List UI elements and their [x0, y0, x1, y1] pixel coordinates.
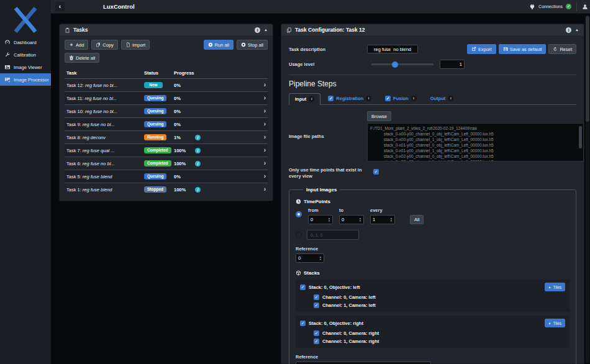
stop-all-button[interactable]: Stop all [237, 40, 268, 50]
stack-checkbox-checked[interactable]: ✓ [300, 284, 306, 290]
slider-thumb[interactable] [392, 61, 398, 68]
task-row[interactable]: Task 7: reg fuse qual ... Completed 100%… [65, 143, 268, 157]
task-title: Task 6: reg fuse no bl... [66, 161, 144, 166]
page-scrollbar[interactable] [586, 15, 589, 363]
task-row[interactable]: Task 8: reg deconv Running 1% i › [65, 130, 268, 143]
run-all-button[interactable]: Run all [204, 40, 234, 50]
export-button[interactable]: Export [467, 44, 496, 54]
task-title: Task 7: reg fuse qual ... [66, 148, 144, 153]
stepper-arrows-icon[interactable]: ▲▼ [359, 217, 361, 221]
tab-info-icon[interactable]: i [448, 96, 453, 101]
custom-radio-unselected[interactable] [296, 232, 302, 238]
stepper-arrows-icon[interactable]: ▲▼ [319, 256, 322, 260]
browse-button[interactable]: Browse [367, 111, 391, 121]
stacks-header: Stacks [296, 270, 570, 276]
range-radio-selected[interactable] [296, 211, 302, 217]
all-button[interactable]: All [410, 215, 424, 224]
stepper-arrows-icon[interactable]: ▲▼ [328, 217, 330, 221]
task-row[interactable]: Task 10: reg fuse no bl... Queuing 0% i … [65, 104, 268, 117]
channel-checkbox-checked[interactable]: ✓ [314, 339, 319, 344]
channel-checkbox-checked[interactable]: ✓ [314, 294, 319, 300]
task-info-icon[interactable]: i [195, 135, 201, 140]
tab-info-icon[interactable]: i [411, 96, 417, 101]
task-row[interactable]: Task 9: reg fuse no bl... Queuing 0% i › [65, 117, 268, 130]
tasks-panel-header[interactable]: Tasks i ▲ [60, 24, 273, 35]
info-icon[interactable]: i [255, 27, 260, 33]
to-input[interactable]: 0▲▼ [339, 215, 364, 224]
pipeline-tab[interactable]: ✓ Registration i [322, 93, 378, 104]
page-scrollbar-thumb[interactable] [586, 16, 589, 122]
user-icon[interactable] [582, 4, 588, 10]
tab-info-icon[interactable]: i [309, 96, 314, 102]
status-badge: Completed [144, 160, 171, 167]
connections-label[interactable]: Connections [538, 4, 563, 9]
usage-level-input[interactable]: 1 [440, 60, 465, 69]
channel-checkbox-checked[interactable]: ✓ [314, 330, 319, 336]
reset-button[interactable]: Reset [548, 44, 576, 54]
tab-checkbox-checked[interactable]: ✓ [385, 96, 391, 101]
task-title: Task 8: reg deconv [66, 135, 144, 140]
chevron-right-icon[interactable]: › [264, 160, 266, 166]
every-input[interactable]: 1▲▼ [370, 215, 395, 224]
only-use-checkbox-checked[interactable]: ✓ [373, 169, 379, 175]
back-button[interactable]: ‹ [55, 2, 65, 11]
task-info-icon[interactable]: i [195, 187, 201, 193]
task-row[interactable]: Task 6: reg fuse no bl... Completed 100%… [65, 157, 268, 170]
chevron-right-icon[interactable]: › [264, 95, 266, 101]
info-icon[interactable]: i [566, 27, 571, 33]
chevron-right-icon[interactable]: › [264, 147, 266, 153]
custom-timepoints-input[interactable] [307, 230, 359, 240]
usage-level-slider[interactable] [371, 63, 433, 65]
sidebar-item[interactable]: Dashboard [0, 36, 51, 48]
task-progress: 100% [174, 148, 195, 153]
chevron-right-icon[interactable]: › [264, 108, 266, 114]
delete-all-button[interactable]: Delete all [65, 53, 99, 63]
pipeline-tab[interactable]: ✓ Input i [289, 93, 320, 105]
stacks-reference-block: Reference Stack: 0-x00-y00, Objective: l… [296, 354, 570, 364]
collapse-caret-icon[interactable]: ▲ [264, 28, 268, 32]
tiles-collapse-button[interactable]: ▲Tiles [545, 283, 565, 291]
pipeline-tab[interactable]: ✓ Output i [424, 93, 460, 104]
sidebar-item[interactable]: Image Viewer [0, 61, 51, 73]
file-paths-scrollbar[interactable] [579, 126, 582, 148]
file-paths-box[interactable]: F:/TD1_Moni_plant_2_vtiles_2_rot\2020-02… [367, 123, 584, 162]
reference-select[interactable]: Stack: 0-x00-y00, Objective: left, Chann… [296, 362, 431, 364]
task-info-icon[interactable]: i [195, 148, 201, 153]
add-task-button[interactable]: Add [65, 40, 88, 50]
chevron-right-icon[interactable]: › [264, 82, 266, 88]
task-info-icon[interactable]: i [195, 161, 201, 166]
stack-checkbox-checked[interactable]: ✓ [300, 321, 306, 326]
task-description-input[interactable] [367, 45, 418, 53]
only-use-timepoints-row: Only use time points that exist in every… [289, 167, 576, 180]
reference-input[interactable]: 0▲▼ [296, 253, 324, 263]
sidebar-item[interactable]: Image Processor [0, 73, 51, 86]
chevron-right-icon[interactable]: › [264, 121, 266, 127]
channel-checkbox-checked[interactable]: ✓ [314, 303, 319, 308]
task-row[interactable]: Task 12: reg fuse no bl... New 0% i › [65, 78, 268, 91]
task-row[interactable]: Task 5: reg fuse blend Queuing 0% i › [65, 170, 268, 183]
chevron-right-icon[interactable]: › [264, 186, 266, 193]
task-row[interactable]: Task 1: reg fuse blend Stopped 100% i › [65, 183, 268, 196]
from-input[interactable]: 0▲▼ [308, 215, 333, 224]
save-as-default-button[interactable]: Save as default [499, 44, 547, 54]
import-task-button[interactable]: Import [121, 40, 150, 50]
stepper-arrows-icon[interactable]: ▲▼ [390, 217, 393, 221]
channel-row: ✓ Channel: 0, Camera: right [314, 330, 565, 336]
tab-info-icon[interactable]: i [366, 96, 371, 101]
file-path-line: stack_0-x00-y00_channel_0_obj_left\Cam_L… [370, 131, 577, 137]
file-path-line: stack_0-x01-y00_channel_1_obj_left\Cam_L… [370, 148, 577, 153]
stack-label: Stack: 0, Objective: right [309, 321, 363, 326]
tiles-collapse-button[interactable]: ▲Tiles [545, 319, 565, 327]
tab-checkbox-checked[interactable]: ✓ [328, 96, 334, 101]
task-progress: 0% [174, 109, 195, 114]
task-row[interactable]: Task 11: reg fuse no bl... Queuing 0% i … [65, 91, 268, 104]
status-badge: New [144, 82, 163, 89]
config-panel-header[interactable]: Task Configuration: Task 12 i ▲ [281, 24, 584, 35]
pipeline-tab[interactable]: ✓ Fusion i [379, 93, 423, 104]
chevron-right-icon[interactable]: › [264, 173, 266, 180]
sidebar-item[interactable]: Calibration [0, 48, 51, 61]
collapse-caret-icon[interactable]: ▲ [575, 28, 579, 32]
sidebar: Dashboard Calibration Image Viewer Image… [0, 0, 51, 364]
chevron-right-icon[interactable]: › [264, 134, 266, 140]
copy-task-button[interactable]: Copy [91, 40, 118, 50]
